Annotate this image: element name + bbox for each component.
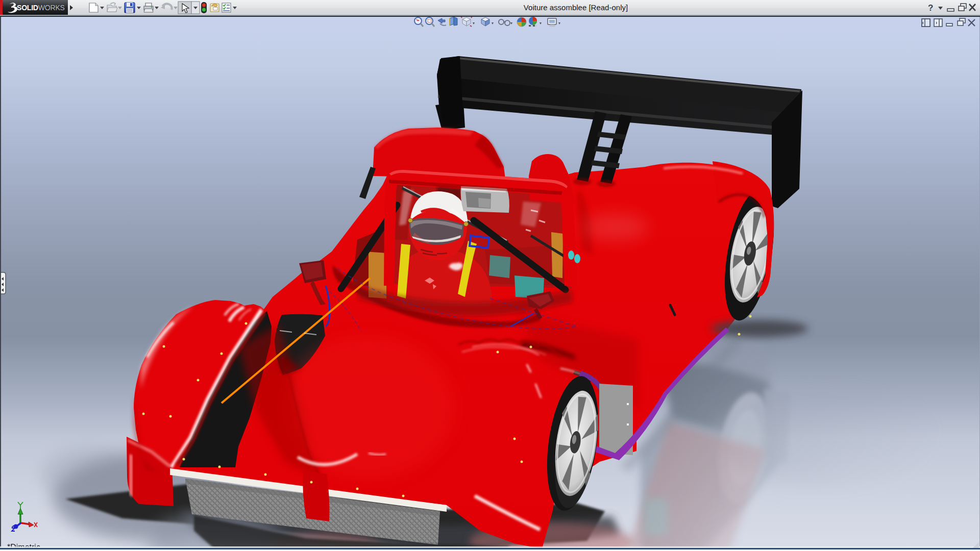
svg-text:SOLIDWORKS: SOLIDWORKS bbox=[17, 4, 65, 12]
svg-text:?: ? bbox=[928, 3, 933, 13]
svg-text:Voiture assomblee [Read-only]: Voiture assomblee [Read-only] bbox=[524, 3, 628, 12]
